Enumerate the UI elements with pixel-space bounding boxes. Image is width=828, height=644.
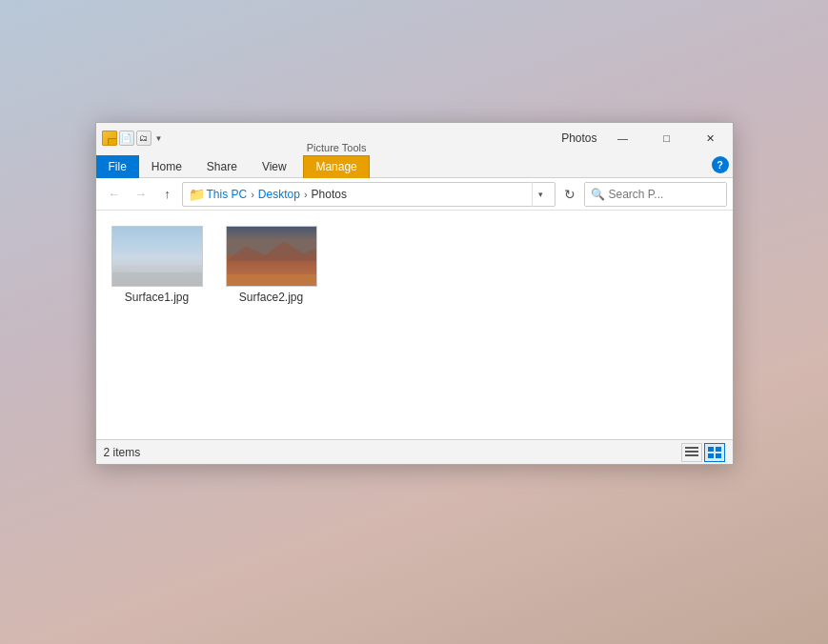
file-item-surface1[interactable]: Surface1.jpg <box>108 222 207 308</box>
path-part-photos[interactable]: Photos <box>312 188 347 201</box>
view-buttons <box>681 443 725 462</box>
content-area: Surface1.jpg <box>96 211 733 439</box>
svg-rect-9 <box>685 451 698 453</box>
tab-home[interactable]: Home <box>139 155 194 178</box>
back-button[interactable]: ← <box>102 182 127 207</box>
svg-rect-13 <box>708 453 714 458</box>
tab-manage[interactable]: Manage <box>303 155 369 178</box>
help-button[interactable]: ? <box>712 156 729 173</box>
search-icon: 🔍 <box>591 188 605 201</box>
explorer-window: 📄 🗂 ▼ Photos — □ ✕ File Home Share View … <box>95 122 734 465</box>
tab-file[interactable]: File <box>96 155 139 178</box>
search-input[interactable] <box>609 188 720 201</box>
details-view-btn[interactable] <box>681 443 702 462</box>
search-box[interactable]: 🔍 <box>584 182 727 207</box>
quick-access-btn1[interactable]: 📄 <box>119 131 134 146</box>
picture-tools-label: Picture Tools <box>299 142 374 155</box>
quick-access-btn2[interactable]: 🗂 <box>136 131 151 146</box>
folder-icon <box>102 131 117 146</box>
forward-button[interactable]: → <box>129 182 153 207</box>
status-item-count: 2 items <box>104 446 681 459</box>
maximize-button[interactable]: □ <box>645 123 689 153</box>
close-button[interactable]: ✕ <box>689 123 733 153</box>
path-part-thispc[interactable]: This PC <box>207 188 248 201</box>
minimize-button[interactable]: — <box>601 123 645 153</box>
path-sep-1: › <box>249 189 256 200</box>
file-label-surface2: Surface2.jpg <box>239 291 303 304</box>
svg-rect-12 <box>716 447 721 452</box>
path-folder-icon: 📁 <box>189 187 205 202</box>
up-button[interactable]: ↑ <box>155 182 180 207</box>
refresh-button[interactable]: ↻ <box>557 182 582 207</box>
title-bar: 📄 🗂 ▼ Photos — □ ✕ <box>96 123 733 153</box>
thumbnail-surface1 <box>111 226 203 287</box>
svg-rect-10 <box>685 454 698 456</box>
thumbnail-surface2 <box>226 226 317 287</box>
svg-rect-1 <box>112 265 203 287</box>
title-controls: — □ ✕ <box>601 123 733 153</box>
path-sep-2: › <box>302 189 310 200</box>
title-bar-left: 📄 🗂 ▼ <box>96 123 271 153</box>
svg-point-2 <box>112 253 203 272</box>
address-bar: ← → ↑ 📁 This PC › Desktop › Photos ▾ ↻ 🔍 <box>96 178 733 211</box>
svg-rect-7 <box>227 274 317 287</box>
tab-view[interactable]: View <box>250 155 299 178</box>
ribbon-tabs: File Home Share View Picture Tools Manag… <box>96 153 733 178</box>
file-item-surface2[interactable]: Surface2.jpg <box>222 222 321 308</box>
large-icons-view-btn[interactable] <box>704 443 725 462</box>
path-dropdown[interactable]: ▾ <box>532 182 549 207</box>
svg-rect-3 <box>112 272 203 287</box>
window-title: Photos <box>561 131 596 145</box>
tab-share[interactable]: Share <box>194 155 250 178</box>
svg-rect-11 <box>708 447 714 452</box>
svg-rect-14 <box>716 453 721 458</box>
address-path[interactable]: 📁 This PC › Desktop › Photos ▾ <box>182 182 555 207</box>
svg-rect-8 <box>685 447 698 449</box>
quick-access-dropdown[interactable]: ▼ <box>153 134 165 143</box>
file-label-surface1: Surface1.jpg <box>125 291 189 304</box>
status-bar: 2 items <box>96 439 733 464</box>
path-part-desktop[interactable]: Desktop <box>258 188 300 201</box>
svg-rect-0 <box>112 227 203 287</box>
